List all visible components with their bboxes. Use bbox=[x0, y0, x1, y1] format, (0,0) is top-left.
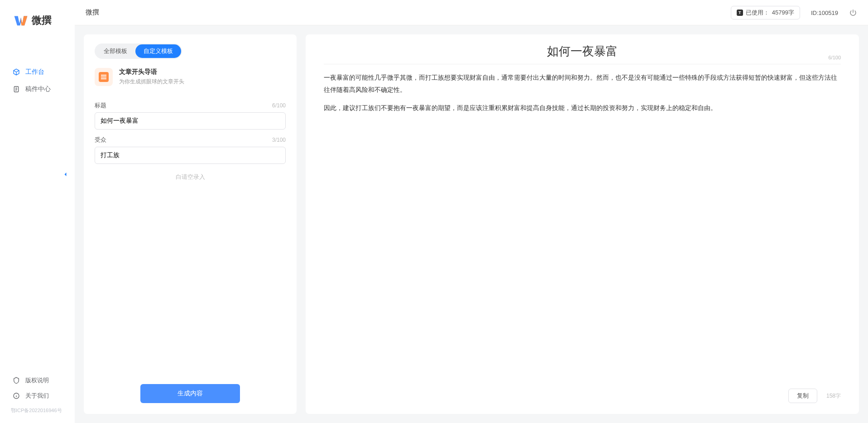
id-value: 100519 bbox=[819, 10, 838, 16]
info-icon bbox=[13, 392, 20, 399]
tab-all-templates[interactable]: 全部模板 bbox=[96, 44, 135, 58]
output-title-row: 如何一夜暴富 6/100 bbox=[324, 43, 841, 64]
nav-drafts[interactable]: 稿件中心 bbox=[0, 81, 75, 98]
icp-text: 鄂ICP备2022016946号 bbox=[0, 404, 75, 414]
field-counter: 3/100 bbox=[272, 137, 286, 143]
topbar-right: T 已使用： 45799字 ID:100519 bbox=[731, 6, 857, 19]
document-lines-icon bbox=[99, 72, 109, 82]
output-title: 如何一夜暴富 bbox=[324, 43, 841, 59]
output-paragraph: 因此，建议打工族们不要抱有一夜暴富的期望，而是应该注重积累财富和提高自身技能，通… bbox=[324, 102, 841, 114]
field-label: 受众 bbox=[95, 136, 106, 144]
shield-icon bbox=[13, 377, 20, 384]
output-paragraph: 一夜暴富的可能性几乎微乎其微，而打工族想要实现财富自由，通常需要付出大量的时间和… bbox=[324, 72, 841, 96]
field-label: 标题 bbox=[95, 101, 106, 110]
template-header: 文章开头导语 为你生成抓眼球的文章开头 bbox=[95, 59, 286, 95]
template-title: 文章开头导语 bbox=[119, 68, 184, 76]
audience-input[interactable] bbox=[95, 147, 286, 164]
text-icon: T bbox=[737, 10, 743, 16]
output-panel: 如何一夜暴富 6/100 一夜暴富的可能性几乎微乎其微，而打工族想要实现财富自由… bbox=[306, 34, 859, 414]
output-body: 一夜暴富的可能性几乎微乎其微，而打工族想要实现财富自由，通常需要付出大量的时间和… bbox=[324, 67, 841, 120]
id-label: ID: bbox=[811, 10, 819, 16]
field-title: 标题 6/100 bbox=[95, 101, 286, 130]
output-title-counter: 6/100 bbox=[828, 55, 841, 60]
nav-copyright[interactable]: 版权说明 bbox=[0, 373, 75, 388]
content: 全部模板 自定义模板 文章开头导语 为你生成抓眼球的文章开头 标题 6/ bbox=[75, 25, 868, 423]
cube-icon bbox=[13, 68, 20, 76]
topbar-title: 微撰 bbox=[86, 8, 99, 17]
nav-label: 稿件中心 bbox=[25, 85, 51, 93]
collapse-sidebar-button[interactable] bbox=[61, 170, 70, 179]
form-hint: 白请空录入 bbox=[95, 173, 286, 181]
nav-workspace[interactable]: 工作台 bbox=[0, 63, 75, 81]
nav-about[interactable]: 关于我们 bbox=[0, 388, 75, 404]
brand-name: 微撰 bbox=[32, 14, 52, 27]
title-input[interactable] bbox=[95, 112, 286, 130]
template-desc: 为你生成抓眼球的文章开头 bbox=[119, 78, 184, 86]
generate-button[interactable]: 生成内容 bbox=[140, 384, 240, 403]
sidebar-bottom: 版权说明 关于我们 鄂ICP备2022016946号 bbox=[0, 373, 75, 414]
power-icon[interactable] bbox=[849, 9, 857, 17]
field-audience: 受众 3/100 bbox=[95, 136, 286, 164]
document-icon bbox=[13, 86, 20, 93]
nav-label: 工作台 bbox=[25, 68, 44, 76]
usage-value: 45799字 bbox=[772, 9, 794, 17]
template-tabs: 全部模板 自定义模板 bbox=[95, 43, 182, 59]
topbar: 微撰 T 已使用： 45799字 ID:100519 bbox=[75, 0, 868, 25]
copy-button[interactable]: 复制 bbox=[788, 389, 817, 403]
nav-label: 关于我们 bbox=[25, 392, 49, 400]
nav-label: 版权说明 bbox=[25, 376, 49, 385]
main: 微撰 T 已使用： 45799字 ID:100519 全部模板 自定 bbox=[75, 0, 868, 423]
logo: 微撰 bbox=[0, 0, 75, 36]
nav-main: 工作台 稿件中心 bbox=[0, 36, 75, 98]
usage-label: 已使用： bbox=[746, 9, 769, 17]
form-panel: 全部模板 自定义模板 文章开头导语 为你生成抓眼球的文章开头 标题 6/ bbox=[84, 34, 297, 414]
tab-custom-templates[interactable]: 自定义模板 bbox=[135, 44, 181, 58]
output-footer: 复制 158字 bbox=[788, 389, 841, 403]
usage-chip[interactable]: T 已使用： 45799字 bbox=[731, 6, 800, 19]
sidebar: 微撰 工作台 稿件中心 版权说明 bbox=[0, 0, 75, 423]
user-id: ID:100519 bbox=[811, 9, 838, 16]
logo-icon bbox=[14, 14, 28, 26]
template-icon bbox=[95, 68, 113, 86]
word-count: 158字 bbox=[826, 392, 841, 400]
field-counter: 6/100 bbox=[272, 102, 286, 109]
